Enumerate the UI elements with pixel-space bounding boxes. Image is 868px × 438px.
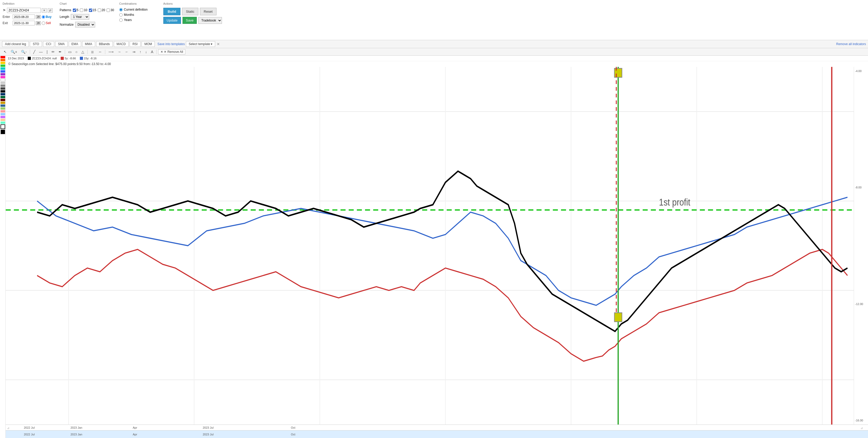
zoom-in-tool[interactable]: 🔍+: [9, 49, 19, 55]
extend-tool[interactable]: ↔: [97, 49, 103, 55]
pattern-30[interactable]: 30: [106, 8, 114, 12]
black-dot: [28, 57, 31, 60]
color-pink[interactable]: [1, 76, 5, 78]
color-gray[interactable]: [1, 85, 5, 87]
select-template-button[interactable]: Select template ▾: [186, 41, 215, 47]
circle-tool[interactable]: ○: [74, 49, 79, 55]
buy-radio[interactable]: Buy: [42, 15, 52, 19]
indicator-mma[interactable]: MMA: [82, 41, 95, 47]
timeline-bar: 2022 Jul 2023 Jan Apr 2023 Jul Oct ⊿ ⊿: [6, 425, 868, 430]
color-lightgray[interactable]: [1, 82, 5, 84]
combo-current[interactable]: Current definition: [119, 8, 158, 11]
color-white[interactable]: [1, 79, 5, 81]
remove-all-indicators-link[interactable]: Remove all indicators: [836, 42, 866, 46]
color-blue[interactable]: [1, 70, 5, 72]
rect-tool[interactable]: ▭: [67, 49, 73, 55]
length-select[interactable]: 1 Year 2 Years 3 Years 5 Years: [71, 14, 89, 20]
exit-calendar-button[interactable]: 28: [36, 21, 41, 25]
up-arrow-tool[interactable]: ↑: [138, 49, 143, 55]
chart-date: 13 Dec 2023: [8, 57, 24, 60]
pen2-tool[interactable]: ✒: [57, 49, 63, 55]
combo-months[interactable]: Months: [119, 13, 158, 17]
clear-symbol-button[interactable]: ✕: [42, 8, 46, 13]
chart-svg[interactable]: 1st profit: [6, 67, 854, 425]
indicator-mom[interactable]: MOM: [142, 41, 155, 47]
color-purple[interactable]: [1, 73, 5, 75]
color-peach[interactable]: [1, 119, 5, 121]
indicator-rsi[interactable]: RSI: [130, 41, 141, 47]
static-button[interactable]: Static: [182, 8, 198, 15]
color-lavender[interactable]: [1, 116, 5, 118]
symbol-icon: ⚑: [3, 8, 6, 12]
build-button[interactable]: Build: [163, 8, 181, 15]
save-button[interactable]: Save: [183, 17, 197, 24]
exit-date-input[interactable]: [13, 21, 35, 25]
color-darkred[interactable]: [1, 99, 5, 101]
indicator-sto[interactable]: STO: [30, 41, 42, 47]
color-cyan[interactable]: [1, 67, 5, 70]
timeline-2023jan: 2023 Jan: [70, 426, 82, 429]
ray-tool[interactable]: ⟶: [107, 49, 115, 55]
remove-all-x-icon: ✕: [160, 50, 163, 54]
color-yellow[interactable]: [1, 62, 5, 64]
vline-tool[interactable]: |: [45, 49, 49, 55]
pattern-5[interactable]: 5: [73, 8, 79, 12]
text-tool[interactable]: A: [149, 49, 155, 55]
zoom-out-tool[interactable]: 🔍-: [20, 49, 28, 55]
indicator-macd[interactable]: MACD: [114, 41, 129, 47]
mini-apr: Apr: [133, 433, 137, 436]
color-lightred[interactable]: [1, 110, 5, 113]
color-green[interactable]: [1, 65, 5, 67]
add-closest-leg-button[interactable]: Add closest leg: [2, 41, 29, 47]
indicator-sma[interactable]: SMA: [55, 41, 68, 47]
symbol-input[interactable]: [7, 8, 41, 13]
stroke-tool[interactable]: [1, 124, 5, 129]
tradebook-select[interactable]: Tradebook Portfolio: [198, 17, 222, 24]
cursor-tool[interactable]: ↖: [2, 49, 8, 55]
y-value-3: -12.00: [855, 303, 867, 306]
update-button[interactable]: Update: [163, 17, 181, 24]
color-steelblue[interactable]: [1, 104, 5, 107]
color-orange[interactable]: [1, 59, 5, 61]
pattern-20[interactable]: 20: [98, 8, 105, 12]
right-arrow-tool[interactable]: ⇒: [131, 49, 137, 55]
color-darkgray[interactable]: [1, 87, 5, 90]
normalize-select[interactable]: Disabled Enabled: [75, 22, 95, 28]
resize-handle-left[interactable]: ⊿: [7, 426, 9, 430]
line-tool[interactable]: ╱: [32, 49, 37, 55]
pattern-10[interactable]: 10: [80, 8, 87, 12]
down-arrow-tool[interactable]: ↓: [144, 49, 149, 55]
color-darkgreen[interactable]: [1, 96, 5, 98]
color-gold[interactable]: [1, 102, 5, 104]
close-template-icon[interactable]: ✕: [217, 42, 220, 46]
indicator-bbands[interactable]: BBands: [96, 41, 113, 47]
swap-symbol-button[interactable]: ⇄: [48, 8, 53, 13]
remove-all-drawing-button[interactable]: ✕ ✕ Remove All: [158, 49, 185, 55]
pen-tool[interactable]: ✏: [50, 49, 56, 55]
indicator-ema[interactable]: EMA: [69, 41, 81, 47]
hline-tool[interactable]: —: [38, 49, 44, 55]
color-mint[interactable]: [1, 122, 5, 124]
color-lightblue[interactable]: [1, 113, 5, 115]
combo-years[interactable]: Years: [119, 18, 158, 22]
timeline-mini: 2022 Jul 2023 Jan Apr 2023 Jul Oct: [6, 430, 868, 438]
color-navy[interactable]: [1, 93, 5, 95]
enter-calendar-button[interactable]: 28: [36, 15, 41, 19]
parallel-tool[interactable]: ⫼: [89, 49, 96, 55]
color-black[interactable]: [1, 90, 5, 93]
color-lightgreen[interactable]: [1, 107, 5, 110]
enter-date-input[interactable]: [13, 14, 35, 19]
resize-handle-right[interactable]: ⊿: [861, 426, 863, 430]
timeline-2023jul: 2023 Jul: [203, 426, 214, 429]
color-red[interactable]: [1, 56, 5, 58]
left-arrow-tool[interactable]: ←: [123, 49, 130, 55]
triangle-tool[interactable]: △: [80, 49, 86, 55]
indicator-cci[interactable]: CCI: [43, 41, 54, 47]
arrow-tool[interactable]: →: [116, 49, 123, 55]
fill-tool[interactable]: [1, 130, 5, 134]
save-templates-link[interactable]: Save into templates: [157, 42, 185, 46]
patterns-label: Patterns: [60, 8, 71, 12]
pattern-15[interactable]: 15: [89, 8, 96, 12]
sell-radio[interactable]: Sell: [42, 21, 51, 25]
reset-button[interactable]: Reset: [200, 8, 216, 15]
